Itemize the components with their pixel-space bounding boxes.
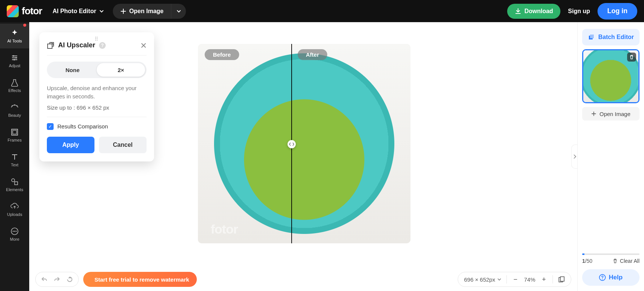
image-thumbnail[interactable] xyxy=(582,49,640,103)
eye-icon xyxy=(10,103,19,112)
svg-point-1 xyxy=(15,57,17,59)
watermark-text: fotor xyxy=(211,222,238,237)
rail-label: Elements xyxy=(6,187,23,192)
help-badge-icon[interactable]: ? xyxy=(99,42,106,49)
zoom-in-button[interactable]: + xyxy=(541,276,547,283)
sliders-icon xyxy=(10,54,19,62)
svg-rect-6 xyxy=(15,182,18,185)
rail-item-more[interactable]: More xyxy=(0,222,29,247)
rail-item-effects[interactable]: Effects xyxy=(0,73,29,98)
scale-option-none[interactable]: None xyxy=(48,63,97,77)
rail-label: Effects xyxy=(8,88,21,93)
canvas-area: Before After fotor ⠿ AI Upscaler ? xyxy=(29,22,577,291)
help-button[interactable]: Help xyxy=(582,269,640,286)
login-label: Log in xyxy=(607,7,628,15)
divider xyxy=(47,55,147,56)
svg-rect-15 xyxy=(590,35,594,38)
brand-logo[interactable]: fotor xyxy=(7,5,42,17)
image-content xyxy=(198,44,410,243)
right-sidebar: Batch Editor Open Image 1/50 Clear All xyxy=(577,22,644,291)
svg-point-17 xyxy=(602,279,603,279)
signup-button[interactable]: Sign up xyxy=(560,8,598,15)
chevron-down-icon xyxy=(497,277,501,281)
panel-description: Upscale, denoise and enhance your images… xyxy=(47,84,147,101)
flask-icon xyxy=(10,78,19,87)
usage-progress-bar xyxy=(582,253,640,255)
plus-icon xyxy=(591,111,596,116)
apply-label: Apply xyxy=(62,142,79,148)
login-button[interactable]: Log in xyxy=(598,3,637,20)
plus-icon xyxy=(120,8,126,14)
svg-point-8 xyxy=(13,231,14,232)
after-label: After xyxy=(298,49,327,60)
apply-button[interactable]: Apply xyxy=(47,137,94,153)
zoom-out-button[interactable]: − xyxy=(512,276,519,283)
rail-item-elements[interactable]: Elements xyxy=(0,172,29,197)
right-panel-collapse-handle[interactable] xyxy=(571,145,577,169)
separator xyxy=(553,275,553,283)
notification-dot-icon xyxy=(23,24,26,27)
redo-button[interactable] xyxy=(51,273,63,286)
panel-title: AI Upscaler xyxy=(58,41,95,49)
close-icon xyxy=(141,42,147,48)
cancel-label: Cancel xyxy=(113,142,132,148)
svg-rect-4 xyxy=(13,130,16,134)
open-image-button[interactable]: Open Image xyxy=(113,4,171,19)
ai-upscaler-panel: ⠿ AI Upscaler ? None xyxy=(39,32,154,161)
scale-option-label: None xyxy=(66,67,80,73)
rail-item-ai-tools[interactable]: AI Tools xyxy=(0,24,29,48)
rail-item-uploads[interactable]: Uploads xyxy=(0,197,29,222)
open-image-splitbutton: Open Image xyxy=(113,4,186,19)
svg-rect-13 xyxy=(560,277,564,281)
before-label: Before xyxy=(205,49,239,60)
download-button[interactable]: Download xyxy=(507,4,560,19)
editor-mode-dropdown[interactable]: AI Photo Editor xyxy=(52,8,103,15)
thumbnail-delete-button[interactable] xyxy=(627,53,636,62)
start-trial-button[interactable]: Start free trial to remove watermark xyxy=(83,272,197,287)
rail-item-text[interactable]: Text xyxy=(0,148,29,172)
svg-point-5 xyxy=(12,179,15,182)
canvas-stage[interactable]: Before After fotor ⠿ AI Upscaler ? xyxy=(29,22,577,291)
more-horizontal-icon xyxy=(10,227,19,235)
open-image-label: Open Image xyxy=(129,8,164,15)
panel-drag-handle[interactable]: ⠿ xyxy=(94,36,99,42)
help-circle-icon xyxy=(599,274,606,281)
results-comparison-toggle[interactable]: ✓ Results Comparison xyxy=(47,123,147,130)
comparison-slider-handle[interactable] xyxy=(288,140,296,148)
rail-item-adjust[interactable]: Adjust xyxy=(0,48,29,73)
upscale-icon xyxy=(47,42,54,49)
left-tool-rail: AI Tools Adjust Effects Beauty Frames xyxy=(0,22,29,291)
clear-all-button[interactable]: Clear All xyxy=(613,258,640,264)
cancel-button[interactable]: Cancel xyxy=(99,137,147,153)
panel-close-button[interactable] xyxy=(141,42,147,48)
text-icon xyxy=(10,153,19,161)
image-count: 1/50 xyxy=(582,258,592,264)
rail-item-beauty[interactable]: Beauty xyxy=(0,98,29,123)
open-image-more-button[interactable] xyxy=(171,4,186,19)
comparison-image[interactable]: Before After fotor xyxy=(198,44,410,243)
dimensions-dropdown[interactable]: 696 × 652px xyxy=(464,276,501,283)
redo-icon xyxy=(54,276,60,283)
scale-option-label: 2× xyxy=(118,67,124,73)
rail-label: More xyxy=(10,237,19,241)
checkbox-checked-icon: ✓ xyxy=(47,123,54,130)
svg-point-9 xyxy=(14,231,15,232)
compare-icon xyxy=(558,276,565,283)
drag-horizontal-icon xyxy=(289,142,294,146)
results-comparison-label: Results Comparison xyxy=(57,123,108,130)
batch-editor-button[interactable]: Batch Editor xyxy=(582,29,640,45)
compare-toggle-button[interactable] xyxy=(558,276,565,283)
scale-option-2x[interactable]: 2× xyxy=(97,63,145,77)
shapes-icon xyxy=(10,178,19,186)
rail-item-frames[interactable]: Frames xyxy=(0,123,29,148)
clear-all-label: Clear All xyxy=(620,258,640,264)
undo-button[interactable] xyxy=(38,273,51,286)
reset-button[interactable] xyxy=(63,273,76,286)
rail-label: Text xyxy=(11,163,18,167)
zoom-percent-text: 74% xyxy=(524,276,535,283)
sidebar-open-image-button[interactable]: Open Image xyxy=(582,107,640,121)
signup-label: Sign up xyxy=(568,8,590,14)
trial-label: Start free trial to remove watermark xyxy=(94,276,189,283)
usage-progress-fill xyxy=(582,253,584,255)
download-label: Download xyxy=(524,8,553,15)
